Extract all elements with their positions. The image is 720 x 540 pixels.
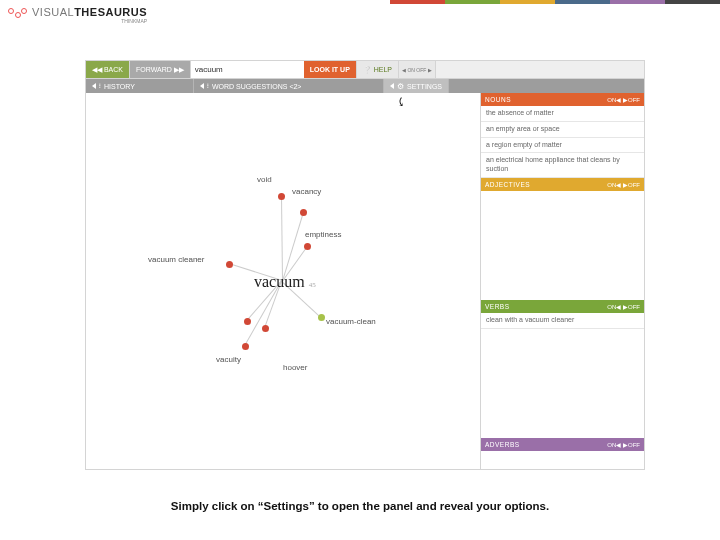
graph-word[interactable]: vacancy	[292, 187, 321, 196]
graph-word[interactable]: emptiness	[305, 230, 341, 239]
back-button[interactable]: ◀◀ BACK	[86, 61, 130, 78]
panel-header-verbs[interactable]: VERBSON◀ ▶OFF	[481, 300, 644, 313]
history-tab[interactable]: ፧HISTORY	[86, 79, 194, 93]
panel-header-adverbs[interactable]: ADVERBSON◀ ▶OFF	[481, 438, 644, 451]
graph-word[interactable]: vacuity	[216, 355, 241, 364]
sound-toggle[interactable]: ◀ ON OFF ▶	[399, 61, 436, 78]
brand-bold: THESAURUS	[74, 6, 147, 18]
graph-word[interactable]: void	[257, 175, 272, 184]
brand-logo: VISUALTHESAURUS THINKMAP	[8, 6, 147, 24]
panel-header-adjectives[interactable]: ADJECTIVESON◀ ▶OFF	[481, 178, 644, 191]
graph-edge	[282, 212, 304, 281]
gear-icon: ⚙	[397, 82, 404, 91]
graph-word[interactable]: vacuum cleaner	[148, 255, 204, 264]
forward-button[interactable]: FORWARD ▶▶	[130, 61, 191, 78]
definitions-sidebar: NOUNSON◀ ▶OFF the absence of matteran em…	[480, 93, 644, 469]
graph-node[interactable]	[242, 343, 249, 350]
cursor-icon: ⤹	[396, 95, 406, 109]
graph-center-word[interactable]: vacuum 45	[254, 273, 316, 291]
slide-caption: Simply click on “Settings” to open the p…	[0, 500, 720, 512]
brand-tagline: THINKMAP	[32, 18, 147, 24]
chevron-left-icon	[92, 83, 96, 89]
app-window: ◀◀ BACK FORWARD ▶▶ LOOK IT UP ❔ HELP ◀ O…	[85, 60, 645, 470]
chevron-left-icon	[200, 83, 204, 89]
graph-node[interactable]	[304, 243, 311, 250]
chevron-left-icon	[390, 83, 394, 89]
top-color-stripe	[390, 0, 720, 4]
toolbar: ◀◀ BACK FORWARD ▶▶ LOOK IT UP ❔ HELP ◀ O…	[86, 61, 644, 79]
word-graph-canvas[interactable]: vacuum 45voidvacancyemptinessvacuum clea…	[86, 93, 480, 469]
search-input[interactable]	[191, 61, 304, 78]
logo-icon	[8, 8, 28, 22]
settings-tab[interactable]: ⚙SETTINGS	[384, 79, 449, 93]
definition-item[interactable]: the absence of matter	[481, 106, 644, 122]
graph-edge	[281, 196, 283, 281]
definition-item[interactable]: an electrical home appliance that cleans…	[481, 153, 644, 178]
lookup-button[interactable]: LOOK IT UP	[304, 61, 357, 78]
graph-node[interactable]	[300, 209, 307, 216]
graph-node[interactable]	[278, 193, 285, 200]
graph-word[interactable]: hoover	[283, 363, 307, 372]
graph-node[interactable]	[262, 325, 269, 332]
definition-item[interactable]: a region empty of matter	[481, 138, 644, 154]
definition-item[interactable]: an empty area or space	[481, 122, 644, 138]
graph-node[interactable]	[244, 318, 251, 325]
graph-node[interactable]	[318, 314, 325, 321]
graph-node[interactable]	[226, 261, 233, 268]
help-button[interactable]: ❔ HELP	[357, 61, 399, 78]
brand-light: VISUAL	[32, 6, 74, 18]
panel-header-nouns[interactable]: NOUNSON◀ ▶OFF	[481, 93, 644, 106]
graph-word[interactable]: vacuum-clean	[326, 317, 376, 326]
suggestions-tab[interactable]: ፧WORD SUGGESTIONS <2>	[194, 79, 384, 93]
definition-item[interactable]: clean with a vacuum cleaner	[481, 313, 644, 329]
sub-toolbar: ፧HISTORY ፧WORD SUGGESTIONS <2> ⚙SETTINGS	[86, 79, 644, 93]
